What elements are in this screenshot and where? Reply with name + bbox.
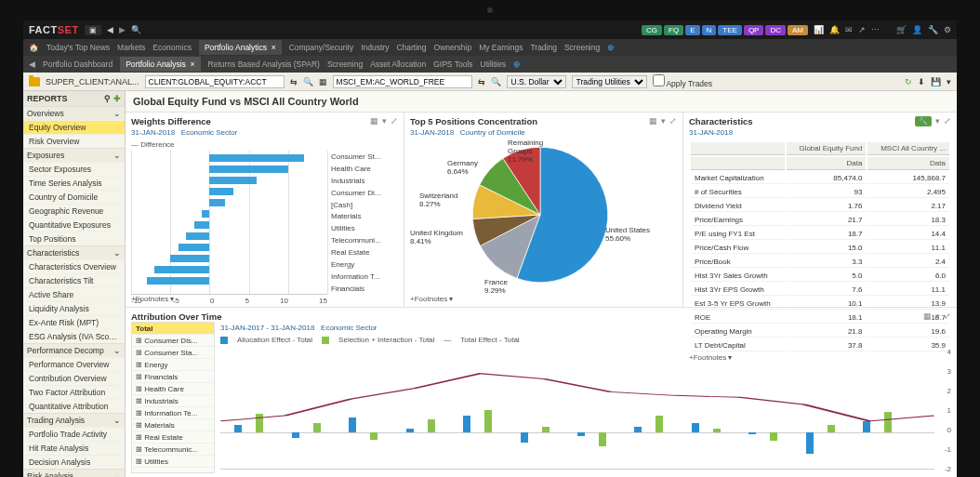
sidebar-item[interactable]: Contribution Overview <box>23 371 125 385</box>
nav1-8[interactable]: My Earnings <box>479 43 523 52</box>
currency-select[interactable]: U.S. Dollar <box>507 75 566 88</box>
nav1-3[interactable]: Portfolio Analytics × <box>199 40 282 55</box>
attr-list-item[interactable]: ⊞ Health Care <box>132 383 214 395</box>
sidebar-item[interactable]: Portfolio Trade Activity <box>23 427 125 441</box>
nav2-1[interactable]: Portfolio Analysis × <box>120 57 200 72</box>
sidebar-item[interactable]: Performance Overview <box>23 357 125 371</box>
download-icon[interactable]: ⬇ <box>918 77 925 86</box>
plus-icon[interactable]: ⊕ <box>513 60 521 69</box>
nav2-4[interactable]: Asset Allocation <box>370 60 426 69</box>
attr-list-item[interactable]: ⊞ Industrials <box>132 395 214 407</box>
sidebar-item[interactable]: Risk Overview <box>23 134 125 148</box>
sidebar-item[interactable]: ESG Analysis (IVA Scores) <box>23 329 125 343</box>
nav2-2[interactable]: Returns Based Analysis (SPAR) <box>208 60 320 69</box>
search-icon[interactable]: 🔍 <box>303 77 313 86</box>
nav1-10[interactable]: Screening <box>564 43 600 52</box>
mail-icon[interactable]: ✉ <box>845 25 853 34</box>
refresh-icon[interactable]: ↻ <box>905 77 912 86</box>
sidebar-item[interactable]: Top Positions <box>23 232 125 245</box>
pill-n[interactable]: N <box>702 25 717 35</box>
save-icon[interactable]: 💾 <box>931 77 941 86</box>
pill-e[interactable]: E <box>685 25 699 35</box>
grid-icon[interactable]: ▦ <box>923 311 932 321</box>
sidebar-item[interactable]: Time Series Analysis <box>23 176 125 190</box>
chevron-down-icon[interactable]: ▾ <box>947 77 951 86</box>
add-icon[interactable]: ✚ <box>113 94 121 103</box>
sidebar-item[interactable]: Liquidity Analysis <box>23 301 125 315</box>
attr-list-item[interactable]: ⊞ Consumer Dis... <box>132 335 214 347</box>
nav1-1[interactable]: Markets <box>117 43 145 52</box>
plus-icon[interactable]: ⊕ <box>607 43 615 52</box>
sidebar-group[interactable]: Trading Analysis⌄ <box>23 413 125 427</box>
nav1-0[interactable]: Today's Top News <box>46 43 110 52</box>
sidebar-item[interactable]: Hit Rate Analysis <box>23 441 125 455</box>
wrench-icon[interactable]: 🔧 <box>928 25 938 34</box>
attr-list-item[interactable]: Total <box>132 323 214 335</box>
sidebar-group[interactable]: Risk Analysis⌄ <box>23 469 125 477</box>
sidebar-item[interactable]: Quantitative Exposures <box>23 218 125 232</box>
expand-icon[interactable]: ⤢ <box>391 116 398 126</box>
sidebar-group[interactable]: Exposures⌄ <box>23 148 125 162</box>
sidebar-item[interactable]: Geographic Revenue <box>23 204 125 218</box>
pill-tee[interactable]: TEE <box>718 25 742 35</box>
attr-list-item[interactable]: ⊞ Materials <box>132 419 214 431</box>
footnotes-toggle[interactable]: +Footnotes ▾ <box>410 295 677 303</box>
sidebar-item[interactable]: Quantitative Attribution <box>23 399 125 413</box>
benchmark-input[interactable] <box>333 75 472 88</box>
expand-icon[interactable]: ⤢ <box>944 116 951 126</box>
expand-icon[interactable]: ⤢ <box>669 116 677 126</box>
search-icon[interactable]: 🔍 <box>491 77 501 86</box>
back-icon[interactable]: ◀ <box>107 25 113 34</box>
sidebar-group[interactable]: Overviews⌄ <box>23 106 125 120</box>
pill-qp[interactable]: QP <box>744 25 764 35</box>
nav2-back-icon[interactable]: ◀ <box>29 60 35 69</box>
nav1-4[interactable]: Company/Security <box>289 43 353 52</box>
sidebar-group[interactable]: Characteristics⌄ <box>23 245 125 259</box>
grid-icon[interactable]: ▦ <box>370 116 378 126</box>
nav2-5[interactable]: GIPS Tools <box>433 60 472 69</box>
forward-icon[interactable]: ▶ <box>119 25 126 34</box>
pill-cg[interactable]: CG <box>642 25 662 35</box>
pill-dc[interactable]: DC <box>765 25 786 35</box>
more-icon[interactable]: ⋯ <box>871 25 880 34</box>
attr-list-item[interactable]: ⊞ Information Te... <box>132 407 214 419</box>
sidebar-item[interactable]: Active Share <box>23 287 125 301</box>
nav2-3[interactable]: Screening <box>327 60 363 69</box>
bell-icon[interactable]: 🔔 <box>829 25 840 34</box>
gear-icon[interactable]: ⚙ <box>944 25 951 34</box>
attr-list-item[interactable]: ⊞ Financials <box>132 371 214 383</box>
sidebar-item[interactable]: Two Factor Attribution <box>23 385 125 399</box>
wrench-icon[interactable]: 🔧 <box>915 116 932 126</box>
folder-icon[interactable] <box>29 77 40 86</box>
attr-list-item[interactable]: ⊞ Consumer Sta... <box>132 347 214 359</box>
nav1-2[interactable]: Economics <box>152 43 192 52</box>
user-icon[interactable]: 👤 <box>912 25 922 34</box>
sidebar-item[interactable]: Country of Domicile <box>23 190 125 204</box>
sidebar-item[interactable]: Characteristics Tilt <box>23 273 125 287</box>
sidebar-item[interactable]: Sector Exposures <box>23 162 125 176</box>
pill-fq[interactable]: FQ <box>664 25 683 35</box>
sidebar-item[interactable]: Characteristics Overview <box>23 259 125 273</box>
sidebar-group[interactable]: Performance Decomp⌄ <box>23 343 125 357</box>
share-icon[interactable]: ↗ <box>858 25 866 34</box>
attr-list-item[interactable]: ⊞ Real Estate <box>132 431 214 444</box>
pill-am[interactable]: AM <box>788 25 808 35</box>
sidebar-item[interactable]: Decision Analysis <box>23 455 125 469</box>
grid-icon[interactable]: ▦ <box>649 116 657 126</box>
nav1-9[interactable]: Trading <box>530 43 557 52</box>
stop-icon[interactable]: ▣ <box>85 25 101 35</box>
cart-icon[interactable]: 🛒 <box>896 25 907 34</box>
attr-list-item[interactable]: ⊞ Utilities <box>132 456 214 468</box>
sidebar-item[interactable]: Ex-Ante Risk (MPT) <box>23 315 125 329</box>
swap-icon[interactable]: ⇆ <box>290 77 298 86</box>
chevron-down-icon[interactable]: ▾ <box>382 116 387 126</box>
home-icon[interactable]: 🏠 <box>29 43 39 52</box>
nav1-5[interactable]: Industry <box>361 43 389 52</box>
nav2-6[interactable]: Utilities <box>481 60 506 69</box>
nav1-7[interactable]: Ownership <box>434 43 472 52</box>
account-input[interactable] <box>145 75 285 88</box>
attr-list-item[interactable]: ⊞ Telecommunic... <box>132 444 214 456</box>
chevron-down-icon[interactable]: ▾ <box>935 116 940 126</box>
filter-icon[interactable]: ⚲ <box>104 94 111 103</box>
chart-icon[interactable]: 📊 <box>814 25 824 34</box>
